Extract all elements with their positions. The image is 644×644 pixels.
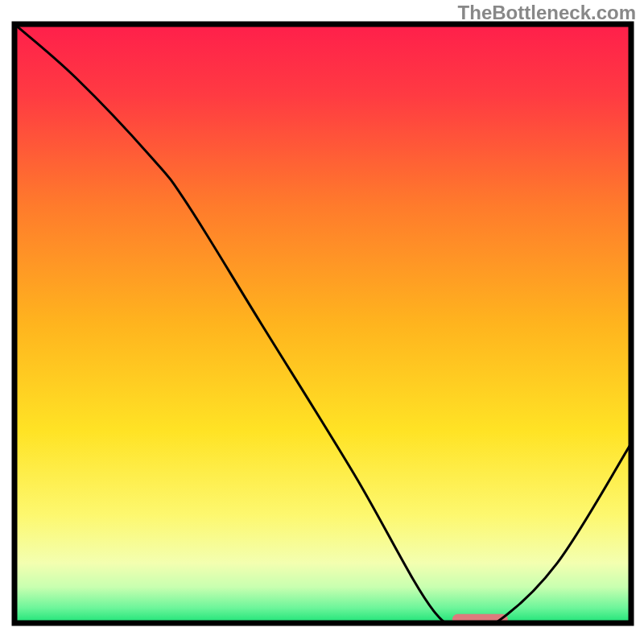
gradient-background bbox=[14, 24, 631, 623]
watermark-text: TheBottleneck.com bbox=[458, 2, 636, 24]
chart-svg bbox=[0, 0, 644, 644]
bottleneck-chart: TheBottleneck.com bbox=[0, 0, 644, 644]
